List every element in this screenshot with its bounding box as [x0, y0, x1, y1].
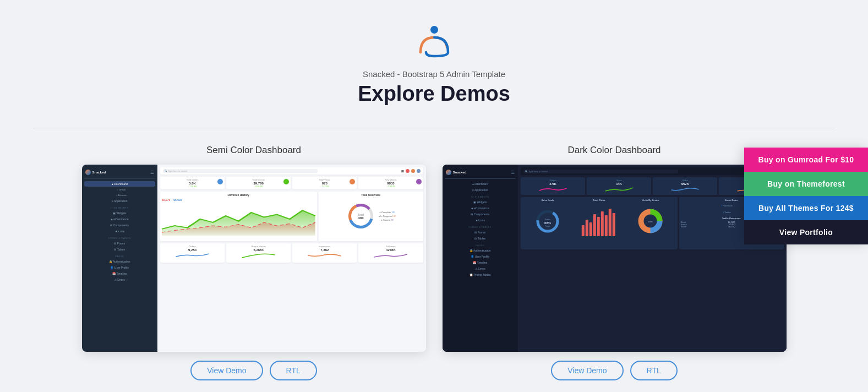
- svg-rect-16: [597, 217, 599, 236]
- floating-panel: Buy on Gumroad For $10 Buy on Themefores…: [744, 148, 868, 244]
- demo-dark-color: Dark Color Dashboard Snacked ☰ ● Dashboa…: [443, 145, 787, 380]
- rtl-dark-button[interactable]: RTL: [630, 361, 678, 380]
- svg-rect-20: [612, 213, 615, 236]
- buy-themeforest-button[interactable]: Buy on Themeforest: [744, 172, 868, 196]
- rtl-semi-button[interactable]: RTL: [270, 361, 317, 380]
- demo-dark-color-preview[interactable]: Snacked ☰ ● Dashboard ≡ Application UI E…: [443, 165, 787, 352]
- svg-rect-19: [608, 209, 611, 236]
- main-title: Explore Demos: [11, 82, 857, 106]
- view-demo-semi-button[interactable]: View Demo: [190, 361, 263, 380]
- demo-dark-color-label: Dark Color Dashboard: [443, 145, 787, 156]
- svg-rect-13: [585, 220, 588, 236]
- svg-rect-14: [589, 222, 592, 236]
- demo-semi-color-preview[interactable]: Snacked ☰ ● Dashboard ○ Default ○ Altern…: [82, 165, 426, 352]
- logo: [415, 22, 454, 61]
- demo-semi-color-buttons: View Demo RTL: [82, 361, 426, 380]
- section-divider: [33, 128, 835, 128]
- buy-all-themes-button[interactable]: Buy All Themes For 124$: [744, 196, 868, 220]
- view-portfolio-button[interactable]: View Portfolio: [744, 220, 868, 244]
- demo-dark-color-buttons: View Demo RTL: [443, 361, 787, 380]
- svg-rect-12: [581, 225, 584, 236]
- svg-text:68%: 68%: [544, 221, 552, 225]
- svg-rect-15: [593, 214, 596, 236]
- page-header: Snacked - Bootstrap 5 Admin Template Exp…: [0, 0, 868, 117]
- view-demo-dark-button[interactable]: View Demo: [551, 361, 623, 380]
- svg-text:Sales: Sales: [545, 218, 550, 221]
- demo-semi-color-label: Semi Color Dashboard: [82, 145, 426, 156]
- buy-gumroad-button[interactable]: Buy on Gumroad For $10: [744, 148, 868, 172]
- svg-rect-17: [600, 211, 603, 236]
- svg-text:Target: Target: [545, 225, 550, 227]
- svg-rect-18: [604, 215, 607, 236]
- demo-semi-color: Semi Color Dashboard Snacked ☰ ● Dashboa…: [82, 145, 426, 380]
- subtitle: Snacked - Bootstrap 5 Admin Template: [11, 69, 857, 79]
- demos-grid: Semi Color Dashboard Snacked ☰ ● Dashboa…: [49, 139, 820, 391]
- svg-point-0: [430, 26, 438, 34]
- svg-text:300: 300: [358, 216, 364, 220]
- svg-text:78%: 78%: [648, 220, 653, 223]
